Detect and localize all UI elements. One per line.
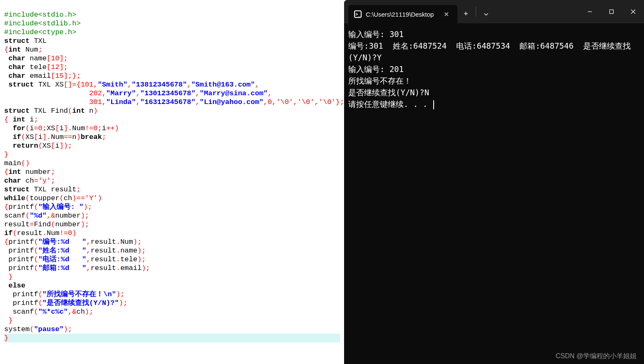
code-line: } bbox=[4, 317, 12, 324]
terminal-line: 是否继续查找(Y/N)?N bbox=[348, 88, 429, 97]
watermark-text: CSDN @学编程的小羊姐姐 bbox=[556, 352, 637, 361]
code-editor-pane[interactable]: #include<stdio.h> #include<stdlib.h> #in… bbox=[0, 0, 344, 364]
code-line: {printf("编号:%d ",result.Num); bbox=[4, 238, 142, 246]
terminal-icon: >_ bbox=[354, 10, 362, 18]
code-line: printf("邮箱:%d ",result.email); bbox=[4, 264, 150, 272]
code-line: } bbox=[4, 273, 12, 281]
code-line: struct TXL bbox=[4, 37, 47, 45]
code-line: {printf("输入编号: "); bbox=[4, 203, 92, 211]
code-line: system("pause"); bbox=[4, 325, 72, 333]
svg-rect-1 bbox=[610, 10, 614, 14]
tab-dropdown-button[interactable] bbox=[478, 5, 494, 23]
code-line: main() bbox=[4, 159, 30, 167]
terminal-output[interactable]: 输入编号: 301 编号:301 姓名:6487524 电话:6487534 邮… bbox=[344, 23, 644, 364]
terminal-window: >_ C:\Users\21119\Desktop ✕ + 输入编号: 301 … bbox=[344, 0, 644, 364]
code-line: } bbox=[4, 151, 8, 158]
new-tab-button[interactable]: + bbox=[457, 5, 474, 23]
code-line: printf("所找编号不存在！\n"); bbox=[4, 290, 125, 298]
code-line: char tele[12]; bbox=[4, 63, 68, 71]
preprocessor-line: #include<stdlib.h> bbox=[4, 20, 81, 27]
code-line: printf("姓名:%d ",result.name); bbox=[4, 247, 146, 255]
code-line: 301,"Linda","16312345678","Lin@yahoo.com… bbox=[4, 98, 344, 106]
code-line: if(result.Num!=0) bbox=[4, 229, 76, 237]
terminal-line: 请按任意键继续. . . bbox=[348, 99, 432, 109]
code-line: return(XS[i]); bbox=[4, 142, 72, 150]
terminal-line: 编号:301 姓名:6487524 电话:6487534 邮箱:6487546 … bbox=[348, 41, 631, 62]
plus-icon: + bbox=[464, 10, 468, 18]
code-line: char name[10]; bbox=[4, 54, 68, 62]
terminal-line: 输入编号: 201 bbox=[348, 64, 404, 74]
code-line: while(toupper(ch)=='Y') bbox=[4, 194, 102, 202]
code-line: struct TXL XS[]={101,"Smith","1381234567… bbox=[4, 81, 259, 89]
code-line: {int Num; bbox=[4, 46, 42, 54]
code-line: printf("是否继续查找(Y/N)?"); bbox=[4, 299, 127, 307]
preprocessor-line: #include<ctype.h> bbox=[4, 28, 76, 36]
minimize-icon bbox=[587, 9, 592, 14]
chevron-down-icon bbox=[483, 11, 489, 17]
code-line: printf("电话:%d ",result.tele); bbox=[4, 255, 146, 263]
terminal-tab[interactable]: >_ C:\Users\21119\Desktop ✕ bbox=[348, 5, 457, 23]
code-line: {int number; bbox=[4, 168, 55, 176]
tab-title: C:\Users\21119\Desktop bbox=[366, 11, 434, 18]
close-icon bbox=[631, 9, 636, 14]
terminal-line: 输入编号: 301 bbox=[348, 30, 404, 39]
code-line: { int i; bbox=[4, 116, 38, 124]
titlebar-divider bbox=[476, 7, 476, 17]
code-line: else bbox=[4, 282, 25, 290]
maximize-icon bbox=[609, 9, 614, 14]
code-line: result=Find(number); bbox=[4, 220, 89, 228]
terminal-cursor bbox=[433, 100, 434, 109]
code-line: struct TXL result; bbox=[4, 186, 81, 193]
code-line: struct TXL Find(int n) bbox=[4, 107, 97, 115]
minimize-button[interactable] bbox=[579, 0, 601, 23]
code-line: if(XS[i].Num==n)break; bbox=[4, 133, 106, 141]
terminal-titlebar: >_ C:\Users\21119\Desktop ✕ + bbox=[344, 0, 644, 23]
code-line-highlighted: } bbox=[4, 334, 340, 342]
preprocessor-line: #include<stdio.h> bbox=[4, 11, 76, 19]
code-line: for(i=0;XS[i].Num!=0;i++) bbox=[4, 124, 119, 132]
close-tab-button[interactable]: ✕ bbox=[441, 10, 452, 19]
terminal-line: 所找编号不存在！ bbox=[348, 76, 412, 85]
code-line: 202,"Marry","13012345678","Marry@sina.co… bbox=[4, 89, 272, 97]
code-line: scanf("%d",&number); bbox=[4, 212, 89, 220]
code-line: char ch='y'; bbox=[4, 177, 55, 185]
close-window-button[interactable] bbox=[622, 0, 644, 23]
maximize-button[interactable] bbox=[601, 0, 622, 23]
code-line: scanf("%*c%c",&ch); bbox=[4, 308, 93, 316]
code-line: char email[15];}; bbox=[4, 72, 81, 80]
